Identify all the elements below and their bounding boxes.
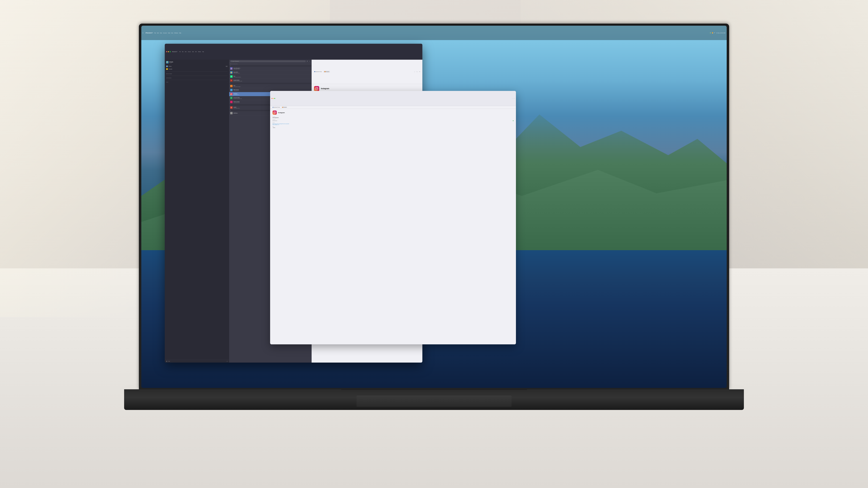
favourites-label: Favourites bbox=[168, 69, 228, 70]
search-icon[interactable]: 🔍 bbox=[714, 32, 715, 33]
maximize-button[interactable] bbox=[169, 51, 170, 52]
traffic-lights bbox=[166, 51, 170, 52]
menu-vault[interactable]: Vault bbox=[168, 32, 170, 33]
more-button[interactable]: ••• bbox=[419, 71, 421, 72]
menu-vault-tb[interactable]: Vault bbox=[192, 51, 194, 52]
list-item-humble[interactable]: H Humble Bundle 8a54dc wendy.appleseed@.… bbox=[229, 78, 311, 83]
add-button[interactable]: + bbox=[309, 61, 310, 62]
personal-vault-label: Personal bbox=[326, 71, 329, 72]
watchtower-chevron: › bbox=[227, 73, 228, 74]
list-item-home-security[interactable]: 🏠 Home Security C... wendy.appleseed@... bbox=[229, 67, 311, 71]
apple-menu-icon[interactable]:  bbox=[143, 32, 144, 34]
home-wifi-username: wendy.appleseed@... bbox=[234, 73, 310, 73]
laptop-base bbox=[124, 389, 744, 410]
humble-icon: H bbox=[230, 79, 232, 82]
categories-chevron: › bbox=[227, 77, 228, 78]
sidebar-footer: 🗑 Trash 229 bbox=[165, 360, 229, 363]
sidebar-watchtower-section: WATCHTOWER › bbox=[165, 72, 229, 75]
menu-view[interactable]: View bbox=[160, 32, 162, 33]
sw-website-field: website https://instag.am/accounts/login… bbox=[273, 123, 514, 125]
password-strength-indicator bbox=[513, 120, 514, 121]
menu-account[interactable]: Account bbox=[163, 32, 167, 33]
menu-help-tb[interactable]: Help bbox=[202, 51, 204, 52]
home-security-icon: 🏠 bbox=[230, 67, 232, 70]
search-placeholder: Search 1Password... bbox=[232, 61, 240, 62]
edit-button[interactable]: ✏ bbox=[416, 71, 418, 73]
sidebar-tags-section: TAGS › bbox=[165, 80, 229, 84]
list-item-hulu[interactable]: h Hulu wendy.appleseed@hulu... bbox=[229, 74, 311, 78]
sw-username-label: username bbox=[273, 117, 514, 117]
sw-password-value[interactable]: •••••••••• bbox=[273, 120, 514, 121]
menu-window-tb[interactable]: Window bbox=[198, 51, 201, 52]
menubar-right: 🔋 📶 🔍 Fri Nov 13 8:42 AM bbox=[710, 32, 725, 33]
menu-view-tb[interactable]: View bbox=[185, 51, 186, 52]
vault-tabs: Appleseed Family Personal bbox=[313, 71, 330, 72]
sw-maximize-button[interactable] bbox=[274, 98, 275, 99]
tags-header[interactable]: TAGS › bbox=[165, 81, 229, 83]
sw-password-field: password •••••••••• bbox=[273, 119, 514, 121]
menu-file[interactable]: File bbox=[154, 32, 156, 33]
sw-personal-dot bbox=[282, 107, 283, 108]
sw-vault-tab-family[interactable]: Appleseed Family bbox=[272, 107, 281, 108]
list-item-rss[interactable]: RSS RSS wendy.appleseed@gm... bbox=[229, 84, 311, 88]
family-vault-dot bbox=[314, 71, 315, 72]
sw-ctrl-1[interactable]: ‹ bbox=[512, 98, 512, 99]
menu-edit-tb[interactable]: Edit bbox=[182, 51, 184, 52]
watchtower-label: WATCHTOWER bbox=[166, 73, 172, 74]
sw-ctrl-2[interactable]: › bbox=[513, 98, 513, 99]
section-letter-i: I bbox=[229, 83, 311, 84]
favourites-icon: ★ bbox=[166, 68, 168, 70]
vault-icon: 🔑 bbox=[166, 61, 168, 64]
vault-tab-family[interactable]: Appleseed Family bbox=[313, 71, 323, 72]
sidebar-item-favourites[interactable]: ★ Favourites bbox=[165, 68, 229, 70]
vault-tab-personal[interactable]: Personal bbox=[323, 71, 330, 72]
detail-toolbar: Appleseed Family Personal ☆ ✏ ••• bbox=[312, 60, 422, 84]
humble-info: Humble Bundle 8a54dc wendy.appleseed@... bbox=[234, 79, 310, 82]
watchtower-header[interactable]: WATCHTOWER › bbox=[165, 73, 229, 74]
item-list-header: All items sorted by 'Title' bbox=[229, 63, 311, 65]
close-button[interactable] bbox=[166, 51, 167, 52]
sw-minimize-button[interactable] bbox=[273, 98, 274, 99]
sidebar-item-all-items[interactable]: ⊞ All Items 135 bbox=[165, 65, 229, 68]
sw-vault-tab-personal[interactable]: Personal bbox=[282, 107, 287, 108]
all-items-count: 135 bbox=[225, 66, 228, 67]
home-security-info: Home Security C... wendy.appleseed@... bbox=[234, 68, 310, 70]
menu-edit[interactable]: Edit bbox=[157, 32, 159, 33]
menu-item[interactable]: Item bbox=[171, 32, 173, 33]
sw-family-dot bbox=[273, 107, 273, 108]
sw-ctrl-3[interactable]: ⤢ bbox=[514, 98, 515, 99]
menu-item-tb[interactable]: Item bbox=[195, 51, 197, 52]
personal-vault-dot bbox=[324, 71, 326, 72]
categories-label: CATEGORIES bbox=[166, 77, 172, 78]
sw-username-value[interactable]: wendy.appleseed bbox=[273, 117, 514, 118]
minimize-button[interactable] bbox=[168, 51, 169, 52]
all-items-label: All Items bbox=[168, 66, 225, 67]
tags-label: TAGS bbox=[166, 82, 168, 83]
detail-actions: ☆ ✏ ••• bbox=[414, 71, 421, 73]
menu-window[interactable]: Window bbox=[174, 32, 178, 33]
screen-bezel:  1Password 7 File Edit View Account Vau… bbox=[141, 26, 727, 388]
menu-account-tb[interactable]: Account bbox=[188, 51, 191, 52]
wifi-icon: 📶 bbox=[712, 32, 713, 33]
sw-tags-field: tags Social bbox=[273, 126, 514, 128]
all-items-icon: ⊞ bbox=[166, 65, 168, 67]
sw-close-button[interactable] bbox=[272, 98, 272, 99]
favorite-button[interactable]: ☆ bbox=[414, 71, 415, 73]
sort-button[interactable]: ⊞ bbox=[306, 60, 308, 62]
categories-header[interactable]: CATEGORIES › bbox=[165, 77, 229, 79]
section-letter-h: H bbox=[229, 65, 311, 67]
trash-icon: 🗑 bbox=[166, 361, 167, 362]
sidebar-header: 🔑 All Vaults 4 Vaults bbox=[165, 60, 229, 64]
home-wifi-info: Home Wi-Fi wendy.appleseed@... bbox=[234, 72, 310, 73]
detail-header: Instagram bbox=[314, 86, 420, 91]
menu-file-tb[interactable]: File bbox=[179, 51, 181, 52]
justeat-icon: JE bbox=[230, 106, 232, 109]
vault-info: All Vaults 4 Vaults bbox=[169, 61, 173, 63]
search-bar[interactable]: 🔍 Search 1Password... bbox=[230, 60, 306, 62]
menu-help[interactable]: Help bbox=[179, 32, 181, 33]
list-item-home-wifi[interactable]: 📶 Home Wi-Fi wendy.appleseed@... bbox=[229, 71, 311, 74]
tags-chevron: › bbox=[227, 82, 228, 83]
laptop-trackpad[interactable] bbox=[356, 395, 512, 407]
sw-tag-social[interactable]: Social bbox=[273, 127, 276, 128]
sw-website-display[interactable]: https://instagram.com bbox=[273, 124, 514, 125]
